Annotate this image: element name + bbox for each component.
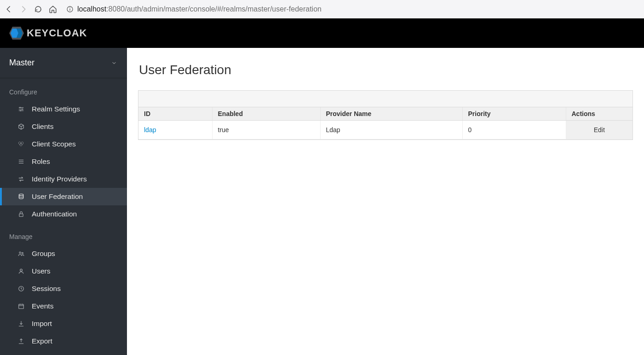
address-bar[interactable]: localhost:8080/auth/admin/master/console…	[63, 5, 639, 13]
url-host: localhost	[77, 5, 106, 13]
arrow-left-icon	[5, 5, 13, 13]
info-icon	[66, 6, 74, 13]
app-header: KEYCLOAK	[0, 18, 644, 48]
url-text: localhost:8080/auth/admin/master/console…	[77, 5, 322, 13]
url-path: :8080/auth/admin/master/console/#/realms…	[106, 5, 322, 13]
arrow-right-icon	[19, 5, 28, 13]
keycloak-logo-icon	[8, 26, 25, 41]
reload-icon	[34, 5, 42, 13]
browser-toolbar: localhost:8080/auth/admin/master/console…	[0, 0, 644, 18]
logo[interactable]: KEYCLOAK	[8, 26, 87, 41]
logo-text: KEYCLOAK	[27, 27, 87, 39]
svg-rect-1	[69, 8, 70, 11]
nav-forward-button[interactable]	[19, 5, 28, 13]
home-button[interactable]	[49, 5, 57, 13]
svg-rect-2	[69, 7, 70, 8]
reload-button[interactable]	[34, 5, 42, 13]
home-icon	[49, 5, 57, 13]
nav-back-button[interactable]	[5, 5, 13, 13]
